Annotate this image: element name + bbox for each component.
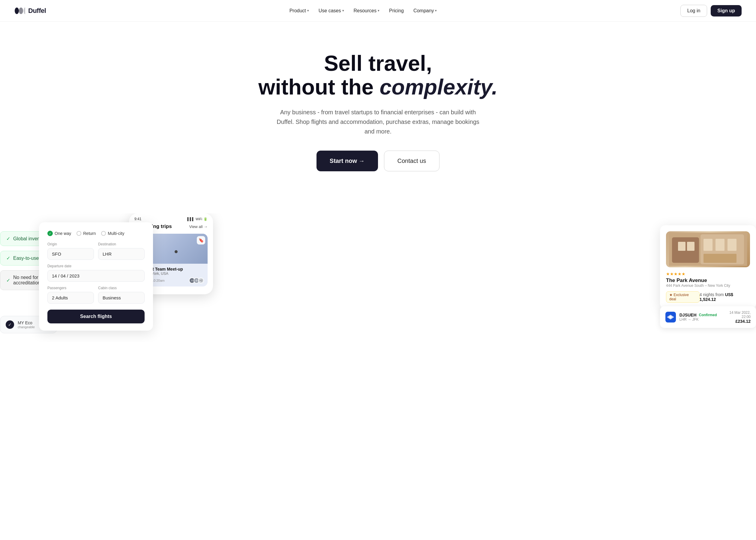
hero-title: Sell travel, without the complexity. (14, 52, 742, 99)
nav-product[interactable]: Product ▾ (290, 8, 309, 14)
trip-avatars: A B +2 (190, 278, 204, 284)
nav-use-cases[interactable]: Use cases ▾ (318, 8, 344, 14)
hotel-stars: ★★★★★ (666, 272, 750, 276)
check-icon: ✓ (6, 236, 10, 241)
avatar-count: +2 (198, 278, 204, 284)
chevron-icon: ▾ (307, 9, 309, 13)
departure-input[interactable] (48, 270, 145, 282)
logo[interactable]: Duffel (14, 7, 46, 15)
map-marker (175, 250, 178, 253)
brand-name: Duffel (28, 7, 46, 15)
search-flights-button[interactable]: Search flights (48, 310, 145, 324)
nav-company[interactable]: Company ▾ (413, 8, 437, 14)
origin-input[interactable] (48, 248, 94, 260)
flight-status-card: DJSUEH Confirmed LHR → JFK 14 Mar 2022, … (660, 306, 756, 328)
navbar: Duffel Product ▾ Use cases ▾ Resources ▾… (0, 0, 756, 22)
svg-rect-5 (678, 242, 686, 251)
trip-type-selector: One way Return Multi-city (48, 231, 145, 236)
origin-destination-row: Origin Destination (48, 242, 145, 260)
hotel-image (666, 231, 750, 267)
flight-search-card: One way Return Multi-city Origin Destina… (39, 222, 153, 331)
view-all-link[interactable]: View all → (189, 224, 207, 229)
signup-button[interactable]: Sign up (711, 5, 742, 17)
checkmark-icon: ✓ (6, 321, 14, 329)
passengers-cabin-row: Passengers 2 Adults Cabin class Business (48, 286, 145, 304)
svg-rect-10 (727, 239, 736, 251)
hero-buttons: Start now → Contact us (14, 151, 742, 171)
nav-links: Product ▾ Use cases ▾ Resources ▾ Pricin… (290, 8, 437, 14)
one-way-option[interactable]: One way (48, 231, 71, 236)
chevron-icon: ▾ (378, 9, 380, 13)
check-icon: ✓ (6, 255, 10, 261)
nav-actions: Log in Sign up (681, 5, 742, 17)
svg-rect-6 (687, 242, 694, 251)
cabin-select[interactable]: Business (98, 292, 145, 304)
nav-pricing[interactable]: Pricing (389, 8, 404, 14)
hero-section: Sell travel, without the complexity. Any… (0, 22, 756, 213)
passengers-field: Passengers 2 Adults (48, 286, 94, 304)
svg-point-12 (669, 316, 672, 318)
chevron-icon: ▾ (435, 9, 437, 13)
start-now-button[interactable]: Start now → (316, 151, 378, 171)
login-button[interactable]: Log in (681, 5, 707, 17)
destination-input[interactable] (98, 248, 145, 260)
bookmark-icon: 🔖 (197, 236, 205, 244)
departure-date-field: Departure date (48, 264, 145, 282)
hotel-footer: ★ Exclusive deal 4 nights from US$ 1,524… (666, 291, 750, 303)
check-icon: ✓ (6, 278, 10, 283)
return-option[interactable]: Return (76, 231, 96, 236)
airline-logo (665, 312, 676, 323)
cabin-class-field: Cabin class Business (98, 286, 145, 304)
contact-us-button[interactable]: Contact us (384, 151, 440, 171)
logo-icon (14, 7, 25, 15)
svg-rect-8 (703, 239, 712, 251)
origin-field: Origin (48, 242, 94, 260)
hotel-name: The Park Avenue (666, 278, 750, 284)
hotel-address: 444 Park Avenue South – New York City (666, 284, 750, 288)
hotel-card: ★★★★★ The Park Avenue 444 Park Avenue So… (660, 225, 756, 309)
hero-subtitle: Any business - from travel startups to f… (276, 107, 480, 136)
chevron-icon: ▾ (342, 9, 344, 13)
hotel-price: 4 nights from US$ 1,524.12 (699, 292, 750, 302)
unselected-radio-icon (76, 231, 81, 236)
selected-radio-icon (48, 231, 53, 236)
multi-city-option[interactable]: Multi-city (101, 231, 124, 236)
nav-resources[interactable]: Resources ▾ (354, 8, 380, 14)
svg-rect-9 (715, 239, 724, 251)
svg-rect-11 (703, 254, 736, 263)
svg-point-1 (19, 8, 23, 14)
svg-point-0 (15, 8, 19, 14)
mobile-status-bar: 9:41 ▌▌▌ WiFi 🔋 (129, 213, 213, 223)
flight-price-info: 14 Mar 2022, 22:00 £234.12 (721, 311, 751, 324)
exclusive-deal-badge: ★ Exclusive deal (666, 291, 699, 303)
unselected-radio-icon (101, 231, 106, 236)
svg-point-2 (24, 8, 25, 14)
flight-details: DJSUEH Confirmed LHR → JFK (680, 313, 717, 322)
passengers-select[interactable]: 2 Adults (48, 292, 94, 304)
destination-field: Destination (98, 242, 145, 260)
